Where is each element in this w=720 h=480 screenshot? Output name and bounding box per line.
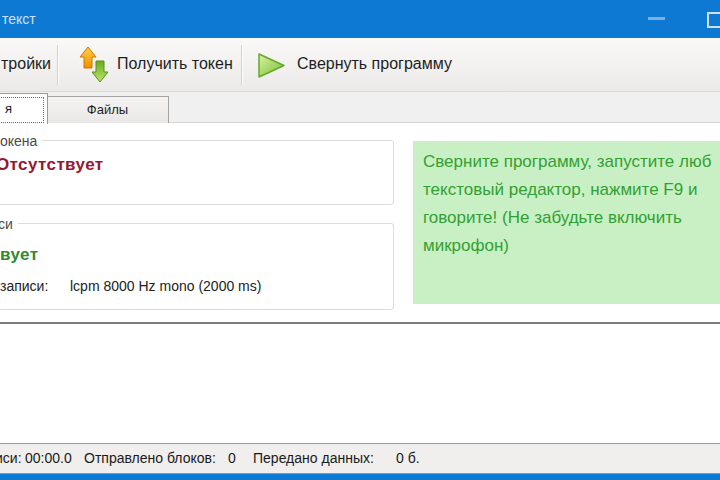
- record-format-label: записи:: [0, 278, 48, 294]
- maximize-icon[interactable]: [707, 12, 720, 28]
- status-blocks-label: Отправлено блоков:: [84, 450, 216, 466]
- settings-button[interactable]: тройки: [1, 55, 51, 73]
- play-triangle-icon[interactable]: [256, 52, 287, 83]
- window-bottom-edge: [0, 474, 720, 480]
- record-status-text: вует: [0, 245, 38, 265]
- record-group-title: си: [0, 216, 18, 232]
- log-textarea[interactable]: [0, 322, 720, 444]
- window-title: текст: [2, 11, 36, 27]
- minimize-icon[interactable]: [648, 17, 665, 20]
- get-token-button[interactable]: Получить токен: [117, 55, 233, 73]
- tab-files[interactable]: Файлы: [46, 96, 169, 123]
- hint-line: текстовый редактор, нажмите F9 и: [423, 176, 720, 204]
- hint-line: говорите! (Не забудьте включить: [423, 204, 720, 232]
- hint-box: Сверните программу, запустите люб тексто…: [413, 141, 720, 304]
- record-group-box: [0, 223, 394, 310]
- tab-main[interactable]: я: [0, 93, 48, 124]
- hint-line: Сверните программу, запустите люб: [423, 148, 720, 176]
- status-bytes-value: 0 б.: [396, 450, 420, 466]
- minimize-program-button[interactable]: Свернуть программу: [297, 55, 452, 73]
- app-window: текст тройки Получить токен: [0, 0, 720, 480]
- status-bar: иси: 00:00.0 Отправлено блоков: 0 Переда…: [0, 444, 720, 473]
- up-down-arrows-icon[interactable]: [78, 46, 110, 87]
- hint-line: микрофон): [423, 232, 720, 260]
- tab-main-label: я: [5, 101, 12, 116]
- record-format-value: lcpm 8000 Hz mono (2000 ms): [70, 278, 261, 294]
- token-status-text: Отсутствует: [0, 155, 104, 175]
- status-bytes-label: Передано данных:: [253, 450, 374, 466]
- toolbar-separator: [57, 45, 58, 85]
- token-group-title: окена: [0, 133, 42, 149]
- status-blocks-value: 0: [228, 450, 236, 466]
- toolbar-separator: [241, 45, 242, 85]
- status-time-value: 00:00.0: [25, 450, 72, 466]
- toolbar: тройки Получить токен: [0, 38, 720, 92]
- title-bar: текст: [0, 0, 720, 38]
- status-time-label: иси:: [0, 450, 22, 466]
